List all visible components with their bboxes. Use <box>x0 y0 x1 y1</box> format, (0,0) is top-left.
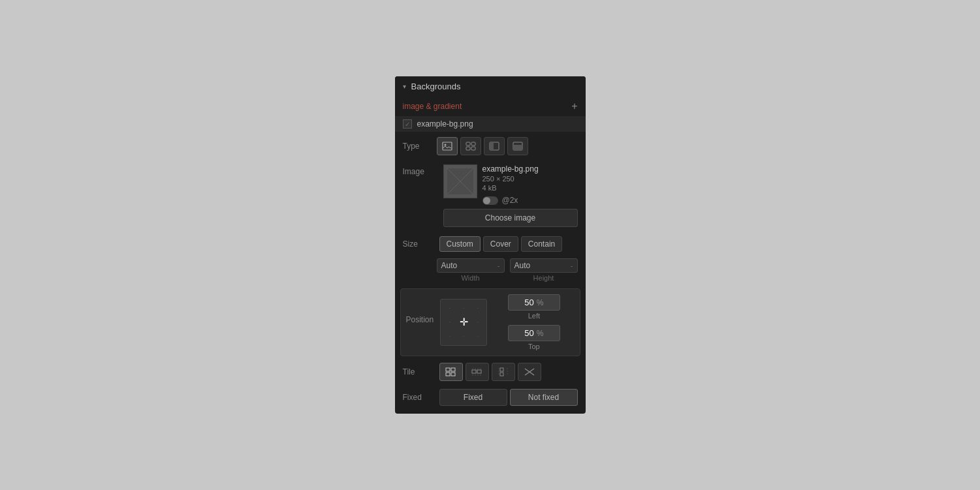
image-meta: example-bg.png 250 × 250 4 kB @2x <box>482 164 539 205</box>
retina-label: @2x <box>502 196 518 205</box>
left-label: Left <box>528 312 540 320</box>
height-value: Auto <box>514 261 531 270</box>
left-value: 50 <box>524 298 533 307</box>
fixed-button[interactable]: Fixed <box>439 389 507 406</box>
type-label: Type <box>403 142 437 151</box>
fixed-label: Fixed <box>403 393 437 402</box>
image-row: Image example-bg.png 250 × 250 4 kB <box>395 159 586 232</box>
svg-rect-0 <box>443 142 452 150</box>
width-field: Auto - Width <box>437 258 505 282</box>
position-inputs: 50 % Left 50 % Top <box>494 294 574 350</box>
tile-row: Tile <box>395 359 586 385</box>
tile-none-button[interactable] <box>518 363 541 381</box>
grid-dot-ml[interactable]: · <box>443 316 456 328</box>
grid-dot-tr[interactable]: · <box>471 302 484 314</box>
subsection-label: image & gradient <box>403 102 462 111</box>
image-filename: example-bg.png <box>482 164 539 174</box>
position-section: Position · · · · ✛ · · · · 50 % Lef <box>400 288 580 356</box>
fixed-row: Fixed Fixed Not fixed <box>395 385 586 414</box>
height-input[interactable]: Auto - <box>510 258 578 273</box>
height-unit: - <box>571 262 573 269</box>
top-label: Top <box>528 343 540 350</box>
svg-rect-21 <box>500 368 503 371</box>
width-input[interactable]: Auto - <box>437 258 505 273</box>
svg-rect-15 <box>446 373 450 376</box>
top-unit: % <box>537 329 544 338</box>
grid-dot-center[interactable]: ✛ <box>458 316 470 328</box>
type-linear-button[interactable] <box>484 137 505 155</box>
image-thumbnail <box>443 164 477 198</box>
type-image-button[interactable] <box>437 137 458 155</box>
grid-dot-mr[interactable]: · <box>471 316 484 328</box>
retina-toggle[interactable] <box>482 196 498 205</box>
type-tile-button[interactable] <box>460 137 481 155</box>
grid-dot-bc[interactable]: · <box>458 330 470 343</box>
tile-vertical-button[interactable] <box>492 363 515 381</box>
dimension-row: Auto - Width Auto - Height <box>395 256 586 286</box>
size-label: Size <box>403 239 437 249</box>
add-layer-button[interactable]: + <box>571 100 577 112</box>
svg-rect-22 <box>500 373 503 376</box>
size-row: Size Custom Cover Contain <box>395 232 586 256</box>
width-label: Width <box>461 274 479 282</box>
image-content: example-bg.png 250 × 250 4 kB @2x Choose… <box>443 164 578 227</box>
position-grid[interactable]: · · · · ✛ · · · · <box>440 299 487 346</box>
position-label: Position <box>406 315 434 324</box>
height-field: Auto - Height <box>510 258 578 282</box>
grid-dot-tl[interactable]: · <box>443 302 456 314</box>
svg-rect-17 <box>472 370 476 373</box>
section-title: Backgrounds <box>411 82 461 91</box>
size-custom-button[interactable]: Custom <box>439 236 481 252</box>
layer-filename: example-bg.png <box>417 119 473 129</box>
position-header: Position <box>406 315 434 324</box>
svg-rect-7 <box>490 142 494 150</box>
image-label: Image <box>403 164 437 176</box>
svg-rect-13 <box>446 368 450 371</box>
collapse-arrow[interactable]: ▾ <box>403 83 406 90</box>
svg-rect-18 <box>477 370 481 373</box>
width-value: Auto <box>441 261 458 270</box>
svg-point-1 <box>444 144 446 146</box>
type-radial-button[interactable] <box>507 137 528 155</box>
top-input[interactable]: 50 % <box>508 325 560 341</box>
size-contain-button[interactable]: Contain <box>521 236 562 252</box>
image-info-row: example-bg.png 250 × 250 4 kB @2x <box>443 164 578 205</box>
svg-rect-16 <box>451 373 455 376</box>
grid-dot-bl[interactable]: · <box>443 330 456 343</box>
width-unit: - <box>498 262 500 269</box>
grid-dot-br[interactable]: · <box>471 330 484 343</box>
image-dimensions: 250 × 250 <box>482 175 539 183</box>
tile-horizontal-button[interactable] <box>466 363 489 381</box>
type-buttons <box>437 137 528 155</box>
tile-all-button[interactable] <box>439 363 463 381</box>
retina-toggle-row: @2x <box>482 196 539 205</box>
top-value: 50 <box>524 328 533 338</box>
choose-image-button[interactable]: Choose image <box>443 209 578 227</box>
grid-dot-tc[interactable]: · <box>458 302 470 314</box>
svg-rect-14 <box>451 368 455 371</box>
height-label: Height <box>533 274 554 282</box>
svg-rect-5 <box>471 147 475 150</box>
left-input[interactable]: 50 % <box>508 294 560 311</box>
layer-row[interactable]: ✓ example-bg.png <box>395 116 586 132</box>
size-cover-button[interactable]: Cover <box>483 236 518 252</box>
position-content: Position · · · · ✛ · · · · 50 % Lef <box>406 294 575 350</box>
top-field: 50 % Top <box>494 325 574 350</box>
not-fixed-button[interactable]: Not fixed <box>510 389 578 406</box>
left-field: 50 % Left <box>494 294 574 320</box>
svg-rect-3 <box>471 142 475 145</box>
backgrounds-panel: ▾ Backgrounds image & gradient + ✓ examp… <box>395 76 586 414</box>
subsection-header: image & gradient + <box>395 97 586 116</box>
svg-rect-4 <box>466 147 470 150</box>
tile-label: Tile <box>403 367 437 376</box>
image-size: 4 kB <box>482 184 539 192</box>
type-row: Type <box>395 133 586 159</box>
svg-rect-2 <box>466 142 470 145</box>
left-unit: % <box>537 298 544 307</box>
svg-rect-9 <box>513 145 522 150</box>
layer-checkbox[interactable]: ✓ <box>403 119 412 129</box>
section-header: ▾ Backgrounds <box>395 76 586 97</box>
